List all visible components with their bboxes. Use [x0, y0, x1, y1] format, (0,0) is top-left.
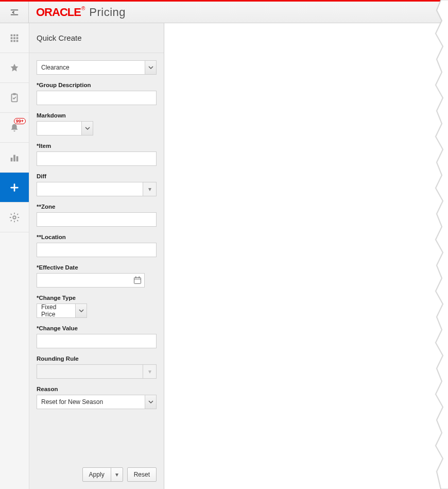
- menu-toggle[interactable]: [0, 2, 29, 23]
- reason-value: Reset for New Season: [37, 398, 145, 406]
- reason-select[interactable]: Reset for New Season: [37, 395, 157, 409]
- calendar-icon[interactable]: [131, 274, 144, 287]
- group-description-label: *Group Description: [37, 82, 157, 88]
- reset-button-label: Reset: [134, 471, 150, 478]
- nav-item-quick-create[interactable]: [0, 173, 29, 203]
- gear-icon: [9, 212, 20, 223]
- svg-rect-7: [13, 40, 15, 42]
- type-select-value: Clearance: [37, 64, 145, 71]
- nav-item-settings[interactable]: [0, 203, 29, 232]
- brand-logo: ORACLE® Pricing: [29, 6, 126, 19]
- brand-word: ORACLE: [36, 6, 81, 19]
- type-select[interactable]: Clearance: [37, 60, 157, 75]
- svg-rect-11: [11, 158, 13, 161]
- svg-rect-3: [11, 37, 13, 39]
- apply-button[interactable]: Apply ▾: [82, 467, 123, 482]
- diff-combo[interactable]: ▾: [37, 182, 157, 196]
- panel-title: Quick Create: [29, 23, 164, 53]
- nav-item-apps[interactable]: [0, 23, 29, 53]
- dropdown-icon: ▾: [143, 365, 156, 378]
- plus-icon: [9, 182, 20, 193]
- svg-rect-16: [135, 277, 136, 278]
- change-type-select[interactable]: Fixed Price: [37, 303, 87, 318]
- reset-button[interactable]: Reset: [127, 467, 157, 482]
- apply-button-label: Apply: [83, 468, 111, 481]
- panel-footer: Apply ▾ Reset: [29, 462, 164, 489]
- svg-point-14: [13, 216, 16, 219]
- nav-item-favorites[interactable]: [0, 53, 29, 83]
- effective-date-input[interactable]: [37, 273, 145, 288]
- change-value-input[interactable]: [37, 334, 157, 348]
- svg-rect-15: [134, 278, 141, 284]
- svg-rect-8: [16, 40, 19, 42]
- chevron-down-icon: [75, 304, 87, 317]
- nav-rail: 99+: [0, 23, 29, 489]
- zone-label: **Zone: [37, 204, 157, 210]
- svg-rect-17: [139, 277, 140, 278]
- change-type-value: Fixed Price: [37, 303, 75, 318]
- svg-rect-1: [13, 34, 15, 36]
- svg-rect-6: [11, 40, 13, 42]
- chevron-down-icon: [145, 395, 156, 409]
- star-icon: [9, 62, 20, 74]
- markdown-select[interactable]: [37, 121, 93, 136]
- dropdown-icon: ▾: [143, 182, 156, 196]
- location-input[interactable]: [37, 243, 157, 257]
- svg-rect-2: [16, 34, 19, 36]
- brand-dot: ®: [81, 6, 85, 11]
- svg-rect-4: [13, 37, 15, 39]
- grid-icon: [9, 32, 20, 44]
- nav-item-tasks[interactable]: [0, 83, 29, 113]
- diff-label: Diff: [37, 173, 157, 179]
- nav-item-reports[interactable]: [0, 143, 29, 173]
- svg-rect-12: [13, 155, 15, 161]
- change-type-label: *Change Type: [37, 295, 157, 301]
- item-label: *Item: [37, 143, 157, 149]
- item-input[interactable]: [37, 151, 157, 166]
- svg-rect-5: [16, 37, 19, 39]
- reason-label: Reason: [37, 386, 157, 392]
- svg-rect-10: [13, 93, 16, 95]
- bar-chart-icon: [9, 152, 20, 163]
- markdown-label: Markdown: [37, 112, 157, 119]
- group-description-input[interactable]: [37, 91, 157, 105]
- panel-collapse-icon: [9, 7, 20, 18]
- main-area: [164, 23, 448, 489]
- apply-dropdown-icon[interactable]: ▾: [111, 468, 123, 481]
- clipboard-check-icon: [9, 92, 20, 104]
- product-name: Pricing: [89, 6, 126, 19]
- chevron-down-icon: [81, 122, 93, 135]
- effective-date-label: *Effective Date: [37, 264, 157, 271]
- rounding-rule-label: Rounding Rule: [37, 356, 157, 362]
- location-label: **Location: [37, 234, 157, 240]
- change-value-label: *Change Value: [37, 325, 157, 331]
- svg-rect-13: [16, 156, 19, 161]
- svg-rect-0: [11, 34, 13, 36]
- zone-input[interactable]: [37, 212, 157, 227]
- chevron-down-icon: [145, 61, 156, 74]
- notifications-badge: 99+: [14, 118, 26, 124]
- app-header: ORACLE® Pricing: [0, 2, 448, 23]
- nav-item-notifications[interactable]: 99+: [0, 113, 29, 143]
- rounding-rule-combo[interactable]: ▾: [37, 364, 157, 379]
- quick-create-panel: Quick Create Clearance *Group Descriptio…: [29, 23, 164, 489]
